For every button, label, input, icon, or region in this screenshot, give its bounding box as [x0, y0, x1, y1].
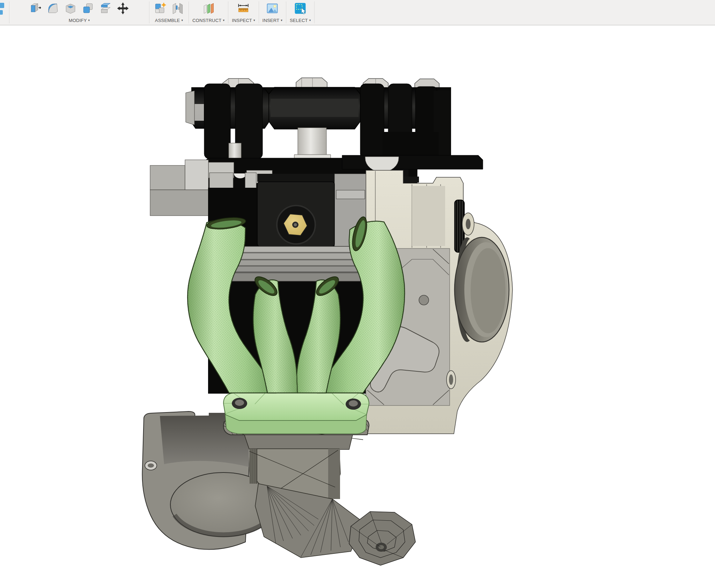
construction-plane-glyph	[201, 1, 215, 15]
select-label: SELECT	[290, 18, 308, 23]
wing-plate	[342, 155, 483, 169]
flange-bolt-hole-right	[346, 399, 361, 410]
fan-plate-top	[257, 174, 334, 182]
hotend-fan[interactable]	[257, 174, 334, 246]
lever-pivot	[462, 213, 474, 235]
viewport-canvas[interactable]	[0, 25, 715, 587]
center-roller-band	[271, 99, 359, 117]
construction-plane-icon[interactable]	[201, 1, 216, 16]
bracket-tab-hole	[145, 461, 157, 470]
duct-side-dark	[328, 449, 340, 499]
insert-menu[interactable]: INSERT ▾	[263, 17, 282, 24]
adapter-step	[244, 435, 353, 449]
move-copy-glyph	[116, 1, 130, 15]
combine-icon[interactable]	[81, 1, 95, 16]
ribbon-toolbar: MODIFY ▾	[0, 0, 715, 25]
shell-icon[interactable]	[63, 1, 78, 16]
new-component-icon[interactable]	[153, 1, 168, 16]
faceted-duct[interactable]	[249, 449, 415, 565]
select-window-icon[interactable]	[293, 1, 308, 16]
assemble-menu[interactable]: ASSEMBLE ▾	[155, 17, 183, 24]
split-body-glyph	[98, 1, 112, 15]
body-inner-panel	[412, 186, 445, 246]
toolbar-group-construct: CONSTRUCT ▾	[189, 0, 228, 25]
model-scene	[0, 25, 715, 587]
chevron-down-icon: ▾	[223, 18, 224, 22]
toolbar-group-insert: INSERT ▾	[259, 0, 286, 25]
plate-nub2	[402, 177, 419, 183]
measure-glyph	[236, 1, 250, 15]
chevron-down-icon: ▾	[309, 18, 311, 22]
modify-menu[interactable]: MODIFY ▾	[69, 17, 90, 24]
joint-icon[interactable]	[170, 1, 185, 16]
body-bolt-hole	[447, 371, 456, 389]
body-side-step2	[336, 190, 365, 199]
toolbar-group-select: SELECT ▾	[286, 0, 315, 25]
toolbar-group-modify: MODIFY ▾	[9, 0, 149, 25]
move-copy-icon[interactable]	[116, 1, 130, 16]
clipped-sketch-icon[interactable]	[0, 0, 9, 25]
toolbar-group-inspect: INSPECT ▾	[228, 0, 258, 25]
press-pull-glyph	[29, 1, 43, 15]
insert-image-glyph	[265, 1, 279, 15]
toolbar-group-assemble: ASSEMBLE ▾	[149, 0, 189, 25]
modify-label: MODIFY	[69, 18, 87, 23]
left-wedge	[186, 91, 194, 125]
toolbar-divider	[314, 1, 315, 23]
inspect-menu[interactable]: INSPECT ▾	[232, 17, 255, 24]
insert-label: INSERT	[263, 18, 280, 23]
shell-glyph	[64, 1, 78, 15]
split-body-icon[interactable]	[98, 1, 113, 16]
hub-screw-center	[294, 223, 297, 226]
select-menu[interactable]: SELECT ▾	[290, 17, 311, 24]
measure-icon[interactable]	[236, 1, 251, 16]
inspect-label: INSPECT	[232, 18, 252, 23]
joint-glyph	[171, 1, 185, 15]
chevron-down-icon: ▾	[88, 18, 90, 22]
duct-flange	[223, 393, 369, 434]
chevron-down-icon: ▾	[253, 18, 255, 22]
flange-bolt-hole-left	[232, 398, 247, 409]
right-block	[382, 132, 439, 159]
fillet-icon[interactable]	[46, 1, 60, 16]
chevron-down-icon: ▾	[181, 18, 183, 22]
construct-menu[interactable]: CONSTRUCT ▾	[192, 17, 224, 24]
new-component-glyph	[153, 1, 167, 15]
bowden-bore	[455, 237, 509, 342]
fillet-glyph	[46, 1, 60, 15]
chevron-down-icon: ▾	[281, 18, 282, 22]
insert-image-icon[interactable]	[265, 1, 280, 16]
select-window-glyph	[293, 1, 307, 15]
construct-label: CONSTRUCT	[192, 18, 221, 23]
press-pull-icon[interactable]	[28, 1, 43, 16]
assemble-label: ASSEMBLE	[155, 18, 180, 23]
combine-glyph	[81, 1, 95, 15]
